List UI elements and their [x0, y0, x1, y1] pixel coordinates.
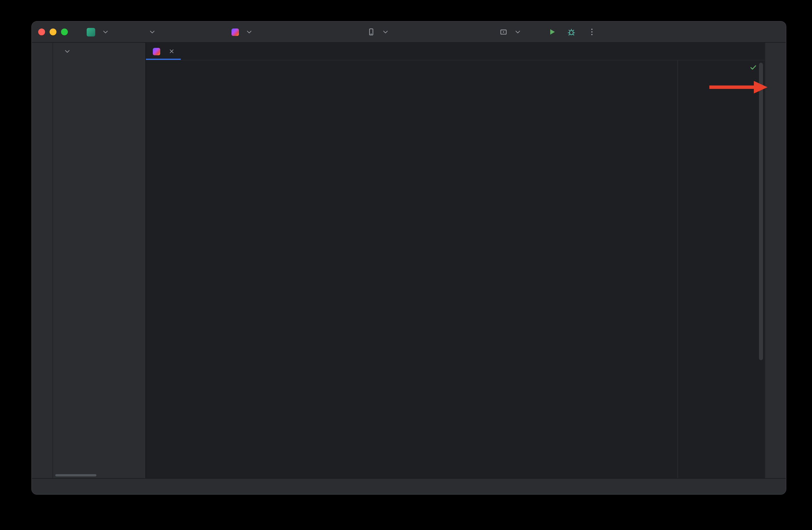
chevron-down-icon: [382, 29, 389, 35]
right-margin-guide: [678, 60, 678, 478]
titlebar: [32, 21, 786, 43]
chevron-down-icon: [514, 29, 521, 35]
run-config-icon: [499, 28, 508, 36]
editor-area: [146, 43, 765, 478]
project-icon: [87, 28, 95, 36]
kebab-icon: [587, 27, 596, 36]
chevron-down-icon: [64, 48, 71, 55]
project-widget[interactable]: [87, 21, 109, 42]
annotation-arrow: [709, 86, 755, 89]
project-panel-header[interactable]: [53, 43, 145, 60]
right-tool-stripe: [765, 43, 786, 478]
play-icon: [547, 27, 556, 36]
minimize-window-button[interactable]: [49, 29, 56, 35]
horizontal-scrollbar[interactable]: [55, 474, 96, 476]
device-selector[interactable]: [367, 21, 389, 42]
chevron-down-icon: [246, 29, 252, 35]
inspections-ok-icon[interactable]: [749, 63, 757, 71]
vcs-widget[interactable]: [145, 21, 156, 42]
window-controls: [38, 29, 68, 35]
vertical-scrollbar[interactable]: [759, 63, 763, 360]
chevron-down-icon: [102, 29, 109, 35]
editor-tabbar: [146, 43, 765, 60]
code-editor[interactable]: [146, 60, 765, 478]
debug-button[interactable]: [564, 25, 579, 39]
zoom-window-button[interactable]: [61, 29, 68, 35]
kotlin-file-icon: [153, 48, 160, 55]
statusbar: [32, 478, 786, 494]
close-window-button[interactable]: [38, 29, 45, 35]
annotation-arrow-head: [754, 80, 768, 93]
run-config-selector[interactable]: [499, 21, 521, 42]
kotlin-file-icon: [232, 28, 239, 35]
project-panel: [53, 43, 146, 478]
left-tool-stripe: [32, 43, 53, 478]
run-button[interactable]: [545, 25, 560, 39]
bug-icon: [567, 27, 576, 36]
file-switcher[interactable]: [232, 21, 252, 42]
more-actions-button[interactable]: [584, 25, 599, 39]
desktop: [0, 0, 812, 530]
chevron-down-icon: [149, 29, 156, 35]
android-studio-window: [31, 21, 786, 495]
close-tab-icon[interactable]: [168, 48, 175, 55]
active-tab-indicator: [146, 58, 181, 60]
main-area: [32, 43, 786, 478]
device-icon: [367, 28, 375, 36]
editor-tab-mainactivity[interactable]: [146, 43, 181, 60]
